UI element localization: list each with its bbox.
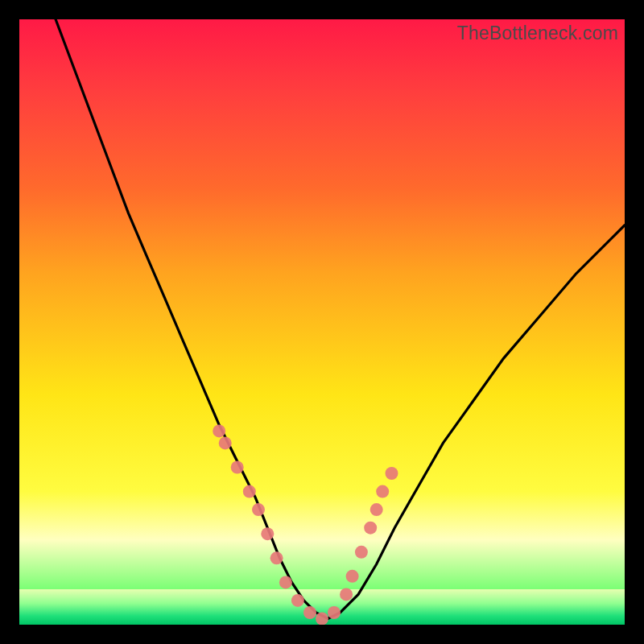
data-dot: [316, 613, 328, 625]
data-dot: [252, 503, 265, 516]
bottleneck-curve: [56, 19, 625, 619]
outer-frame: TheBottleneck.com: [0, 0, 644, 644]
attribution-text: TheBottleneck.com: [457, 23, 618, 44]
data-dot: [370, 503, 383, 516]
curve-layer: [19, 19, 625, 625]
data-dot: [376, 485, 389, 498]
data-dot: [219, 436, 232, 449]
data-dots: [213, 424, 398, 625]
data-dot: [340, 588, 353, 601]
data-dot: [270, 551, 283, 564]
data-dot: [346, 570, 359, 583]
data-dot: [291, 594, 304, 607]
data-dot: [231, 461, 244, 474]
data-dot: [364, 522, 377, 535]
data-dot: [303, 606, 316, 619]
data-dot: [279, 576, 292, 588]
data-dot: [328, 606, 341, 619]
plot-area: TheBottleneck.com: [19, 19, 625, 625]
data-dot: [243, 485, 256, 498]
data-dot: [261, 527, 274, 540]
data-dot: [386, 467, 398, 480]
data-dot: [213, 424, 225, 437]
data-dot: [355, 546, 368, 559]
